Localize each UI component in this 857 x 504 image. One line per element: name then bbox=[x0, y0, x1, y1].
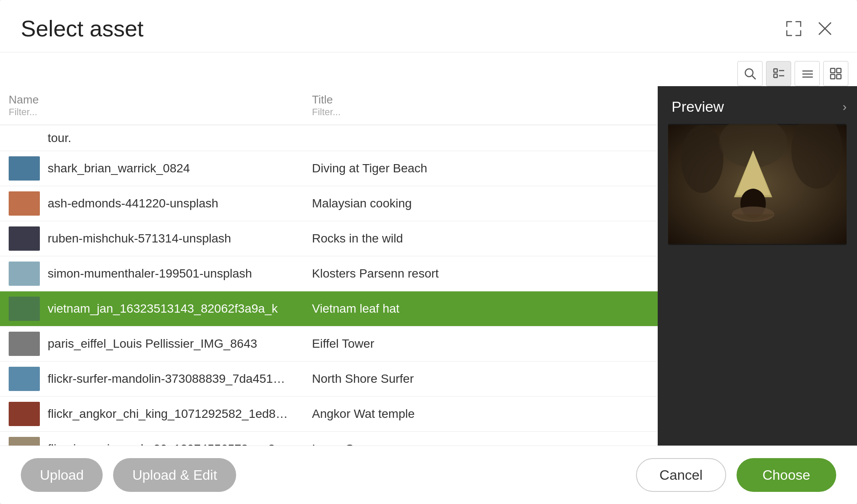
asset-row[interactable]: vietnam_jan_16323513143_82062f3a9a_kViet… bbox=[0, 291, 658, 326]
asset-title-cell: Klosters Parsenn resort bbox=[303, 262, 658, 286]
asset-title-cell: Malaysian cooking bbox=[303, 191, 658, 216]
dialog-header: Select asset bbox=[0, 0, 857, 52]
asset-thumbnail bbox=[9, 156, 40, 181]
column-headers: Name Filter... Title Filter... bbox=[0, 86, 658, 125]
name-column-label: Name bbox=[9, 93, 295, 107]
svg-rect-13 bbox=[831, 74, 835, 79]
asset-title-cell: North Shore Surfer bbox=[303, 367, 658, 391]
upload-edit-button[interactable]: Upload & Edit bbox=[113, 458, 236, 492]
asset-thumbnail bbox=[9, 402, 40, 426]
asset-name-cell: ash-edmonds-441220-unsplash bbox=[0, 186, 303, 221]
asset-thumbnail bbox=[9, 191, 40, 216]
asset-title: Imam Square bbox=[312, 442, 385, 446]
svg-rect-11 bbox=[831, 68, 835, 73]
asset-thumbnail bbox=[9, 332, 40, 356]
name-column-header: Name Filter... bbox=[0, 86, 303, 125]
svg-point-22 bbox=[746, 189, 760, 204]
asset-filename: ruben-mishchuk-571314-unsplash bbox=[48, 232, 231, 246]
asset-row[interactable]: simon-mumenthaler-199501-unsplashKloster… bbox=[0, 256, 658, 291]
asset-rows-area: shark_brian_warrick_0824Diving at Tiger … bbox=[0, 151, 658, 446]
page-title: Select asset bbox=[21, 16, 143, 42]
asset-title: Eiffel Tower bbox=[312, 337, 374, 350]
select-asset-dialog: Select asset bbox=[0, 0, 857, 504]
asset-name-cell: flickr_angkor_chi_king_1071292582_1ed88a… bbox=[0, 397, 303, 431]
main-content: Name Filter... Title Filter... tour. sha… bbox=[0, 86, 857, 446]
choose-button[interactable]: Choose bbox=[737, 458, 836, 492]
asset-filename: flicr_iran_ninara_by20_13974556578_ee8d3… bbox=[48, 442, 290, 446]
cancel-button[interactable]: Cancel bbox=[636, 458, 726, 492]
grid-view-button[interactable] bbox=[823, 61, 848, 86]
expand-icon-button[interactable] bbox=[782, 17, 805, 40]
asset-filename: shark_brian_warrick_0824 bbox=[48, 162, 190, 175]
asset-row[interactable]: flickr-surfer-mandolin-373088839_7da451c… bbox=[0, 362, 658, 397]
asset-filename: paris_eiffel_Louis Pellissier_IMG_8643 bbox=[48, 337, 257, 351]
svg-rect-14 bbox=[837, 74, 841, 79]
asset-name-cell: flickr-surfer-mandolin-373088839_7da451c… bbox=[0, 362, 303, 396]
asset-row[interactable]: ash-edmonds-441220-unsplashMalaysian coo… bbox=[0, 186, 658, 221]
preview-title: Preview bbox=[672, 98, 724, 115]
asset-title: Diving at Tiger Beach bbox=[312, 162, 427, 175]
header-icons bbox=[782, 17, 836, 40]
asset-title: Klosters Parsenn resort bbox=[312, 267, 439, 280]
asset-title-cell: Vietnam leaf hat bbox=[303, 297, 658, 321]
asset-title: North Shore Surfer bbox=[312, 372, 414, 385]
partial-row-name: tour. bbox=[9, 131, 71, 145]
upload-button[interactable]: Upload bbox=[21, 458, 103, 492]
preview-image-container bbox=[668, 124, 847, 245]
footer-right-buttons: Cancel Choose bbox=[636, 458, 836, 492]
asset-title-cell: Diving at Tiger Beach bbox=[303, 156, 658, 181]
toolbar-row bbox=[0, 52, 857, 86]
asset-title-cell: Eiffel Tower bbox=[303, 332, 658, 356]
title-column-label: Title bbox=[312, 93, 649, 107]
asset-filename: ash-edmonds-441220-unsplash bbox=[48, 197, 218, 210]
svg-rect-12 bbox=[837, 68, 841, 73]
asset-thumbnail bbox=[9, 437, 40, 446]
preview-panel: Preview › bbox=[658, 86, 857, 446]
asset-name-cell: flicr_iran_ninara_by20_13974556578_ee8d3… bbox=[0, 432, 303, 446]
asset-row[interactable]: shark_brian_warrick_0824Diving at Tiger … bbox=[0, 151, 658, 186]
asset-thumbnail bbox=[9, 226, 40, 251]
preview-image-svg bbox=[668, 124, 847, 245]
asset-row[interactable]: flicr_iran_ninara_by20_13974556578_ee8d3… bbox=[0, 432, 658, 446]
asset-name-cell: paris_eiffel_Louis Pellissier_IMG_8643 bbox=[0, 326, 303, 361]
list-lines-button[interactable] bbox=[795, 61, 820, 86]
search-button[interactable] bbox=[737, 61, 763, 86]
rows-container: tour. shark_brian_warrick_0824Diving at … bbox=[0, 125, 658, 446]
title-column-filter[interactable]: Filter... bbox=[312, 107, 649, 118]
asset-row[interactable]: ruben-mishchuk-571314-unsplashRocks in t… bbox=[0, 221, 658, 256]
asset-thumbnail bbox=[9, 297, 40, 321]
title-column-header: Title Filter... bbox=[303, 86, 658, 125]
asset-row[interactable]: paris_eiffel_Louis Pellissier_IMG_8643Ei… bbox=[0, 326, 658, 362]
name-column-filter[interactable]: Filter... bbox=[9, 107, 295, 118]
asset-row[interactable]: flickr_angkor_chi_king_1071292582_1ed88a… bbox=[0, 397, 658, 432]
svg-point-2 bbox=[745, 69, 753, 77]
asset-title-cell: Imam Square bbox=[303, 437, 658, 446]
asset-name-cell: vietnam_jan_16323513143_82062f3a9a_k bbox=[0, 291, 303, 326]
preview-chevron-icon[interactable]: › bbox=[843, 100, 847, 114]
table-area: Name Filter... Title Filter... tour. sha… bbox=[0, 86, 658, 446]
asset-title: Angkor Wat temple bbox=[312, 407, 415, 420]
asset-title: Rocks in the wild bbox=[312, 232, 403, 245]
asset-thumbnail bbox=[9, 262, 40, 286]
svg-point-16 bbox=[681, 125, 723, 193]
asset-title-cell: Angkor Wat temple bbox=[303, 402, 658, 426]
partial-row[interactable]: tour. bbox=[0, 125, 658, 151]
footer-left-buttons: Upload Upload & Edit bbox=[21, 458, 236, 492]
svg-line-3 bbox=[752, 76, 756, 79]
dialog-footer: Upload Upload & Edit Cancel Choose bbox=[0, 446, 857, 504]
asset-title: Malaysian cooking bbox=[312, 197, 412, 210]
asset-filename: vietnam_jan_16323513143_82062f3a9a_k bbox=[48, 302, 278, 316]
asset-thumbnail bbox=[9, 367, 40, 391]
list-view-button[interactable] bbox=[766, 61, 791, 86]
asset-title: Vietnam leaf hat bbox=[312, 302, 399, 315]
asset-filename: simon-mumenthaler-199501-unsplash bbox=[48, 267, 252, 281]
toolbar-icons bbox=[737, 61, 848, 86]
asset-title-cell: Rocks in the wild bbox=[303, 226, 658, 251]
close-dialog-button[interactable] bbox=[814, 17, 836, 40]
asset-filename: flickr-surfer-mandolin-373088839_7da451c… bbox=[48, 372, 290, 386]
svg-rect-6 bbox=[774, 74, 777, 78]
asset-name-cell: shark_brian_warrick_0824 bbox=[0, 151, 303, 186]
asset-name-cell: ruben-mishchuk-571314-unsplash bbox=[0, 221, 303, 256]
svg-rect-4 bbox=[774, 69, 777, 72]
asset-filename: flickr_angkor_chi_king_1071292582_1ed88a… bbox=[48, 407, 290, 421]
